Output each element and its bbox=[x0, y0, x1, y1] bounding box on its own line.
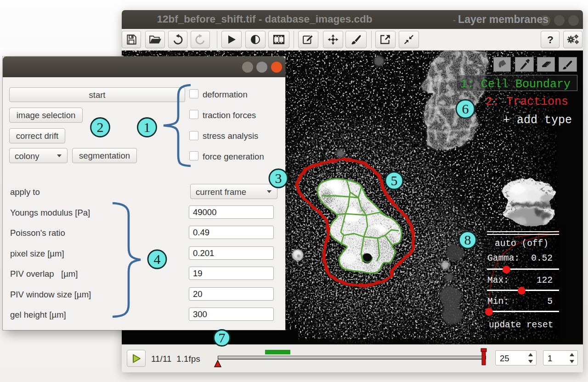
svg-text:?: ? bbox=[547, 34, 554, 46]
